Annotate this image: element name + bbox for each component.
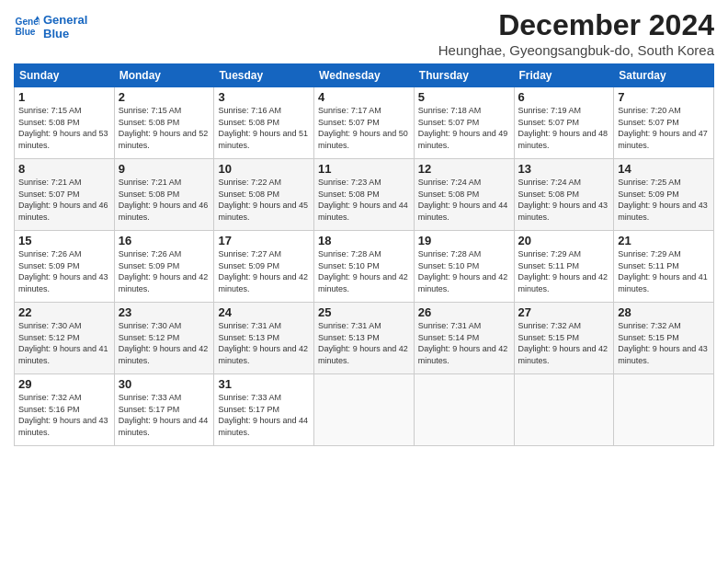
calendar-cell: 11Sunrise: 7:23 AMSunset: 5:08 PMDayligh…	[314, 159, 415, 231]
day-info: Sunrise: 7:21 AMSunset: 5:08 PMDaylight:…	[119, 177, 210, 223]
day-info: Sunrise: 7:22 AMSunset: 5:08 PMDaylight:…	[218, 177, 310, 223]
day-info: Sunrise: 7:24 AMSunset: 5:08 PMDaylight:…	[418, 177, 510, 223]
day-info: Sunrise: 7:31 AMSunset: 5:14 PMDaylight:…	[418, 320, 510, 366]
day-number: 17	[218, 234, 310, 247]
calendar-cell: 20Sunrise: 7:29 AMSunset: 5:11 PMDayligh…	[514, 231, 614, 303]
calendar-cell: 21Sunrise: 7:29 AMSunset: 5:11 PMDayligh…	[614, 231, 714, 303]
logo-blue: Blue	[43, 27, 87, 40]
day-number: 14	[618, 162, 710, 176]
calendar-cell: 6Sunrise: 7:19 AMSunset: 5:07 PMDaylight…	[514, 87, 614, 159]
calendar-cell: 4Sunrise: 7:17 AMSunset: 5:07 PMDaylight…	[314, 87, 415, 159]
day-info: Sunrise: 7:32 AMSunset: 5:15 PMDaylight:…	[618, 320, 710, 366]
day-number: 18	[318, 234, 410, 247]
day-number: 7	[618, 90, 710, 104]
day-number: 25	[318, 305, 410, 319]
calendar-cell: 25Sunrise: 7:31 AMSunset: 5:13 PMDayligh…	[314, 303, 415, 374]
calendar-cell: 23Sunrise: 7:30 AMSunset: 5:12 PMDayligh…	[114, 303, 214, 374]
day-number: 22	[18, 305, 110, 319]
day-number: 8	[18, 162, 110, 176]
day-number: 30	[119, 377, 210, 391]
day-info: Sunrise: 7:31 AMSunset: 5:13 PMDaylight:…	[318, 320, 410, 366]
day-info: Sunrise: 7:29 AMSunset: 5:11 PMDaylight:…	[618, 248, 710, 294]
calendar-week-row-3: 15Sunrise: 7:26 AMSunset: 5:09 PMDayligh…	[15, 231, 714, 303]
header-friday: Friday	[514, 64, 614, 87]
day-number: 27	[518, 305, 610, 319]
day-number: 31	[218, 377, 310, 391]
logo-general: General	[43, 13, 87, 27]
day-number: 10	[218, 162, 310, 176]
calendar-week-row-5: 29Sunrise: 7:32 AMSunset: 5:16 PMDayligh…	[15, 374, 714, 446]
logo: General Blue General Blue	[14, 13, 87, 40]
day-info: Sunrise: 7:32 AMSunset: 5:15 PMDaylight:…	[518, 320, 610, 366]
header-sunday: Sunday	[15, 64, 115, 87]
day-info: Sunrise: 7:28 AMSunset: 5:10 PMDaylight:…	[318, 248, 410, 294]
day-number: 1	[18, 90, 110, 104]
calendar-table: Sunday Monday Tuesday Wednesday Thursday…	[14, 63, 714, 446]
day-info: Sunrise: 7:25 AMSunset: 5:09 PMDaylight:…	[618, 177, 710, 223]
header-tuesday: Tuesday	[214, 64, 314, 87]
day-info: Sunrise: 7:33 AMSunset: 5:17 PMDaylight:…	[218, 392, 310, 438]
month-year-title: December 2024	[438, 9, 714, 41]
logo-icon: General Blue	[14, 14, 40, 40]
header: General Blue General Blue December 2024 …	[14, 9, 714, 58]
day-number: 6	[518, 90, 610, 104]
calendar-cell: 13Sunrise: 7:24 AMSunset: 5:08 PMDayligh…	[514, 159, 614, 231]
calendar-cell: 15Sunrise: 7:26 AMSunset: 5:09 PMDayligh…	[15, 231, 115, 303]
calendar-cell: 10Sunrise: 7:22 AMSunset: 5:08 PMDayligh…	[214, 159, 314, 231]
day-info: Sunrise: 7:29 AMSunset: 5:11 PMDaylight:…	[518, 248, 610, 294]
day-number: 23	[119, 305, 210, 319]
calendar-cell: 8Sunrise: 7:21 AMSunset: 5:07 PMDaylight…	[15, 159, 115, 231]
calendar-cell: 18Sunrise: 7:28 AMSunset: 5:10 PMDayligh…	[314, 231, 415, 303]
day-number: 12	[418, 162, 510, 176]
day-info: Sunrise: 7:26 AMSunset: 5:09 PMDaylight:…	[18, 248, 110, 294]
day-number: 26	[418, 305, 510, 319]
calendar-cell	[614, 374, 714, 446]
day-number: 11	[318, 162, 410, 176]
calendar-cell	[514, 374, 614, 446]
day-info: Sunrise: 7:32 AMSunset: 5:16 PMDaylight:…	[18, 392, 110, 438]
day-info: Sunrise: 7:23 AMSunset: 5:08 PMDaylight:…	[318, 177, 410, 223]
day-number: 28	[618, 305, 710, 319]
day-number: 3	[218, 90, 310, 104]
calendar-week-row-1: 1Sunrise: 7:15 AMSunset: 5:08 PMDaylight…	[15, 87, 714, 159]
day-info: Sunrise: 7:16 AMSunset: 5:08 PMDaylight:…	[218, 105, 310, 151]
day-number: 13	[518, 162, 610, 176]
day-number: 2	[119, 90, 210, 104]
day-info: Sunrise: 7:19 AMSunset: 5:07 PMDaylight:…	[518, 105, 610, 151]
calendar-cell: 29Sunrise: 7:32 AMSunset: 5:16 PMDayligh…	[15, 374, 115, 446]
title-block: December 2024 Heunghae, Gyeongsangbuk-do…	[438, 9, 714, 58]
day-info: Sunrise: 7:24 AMSunset: 5:08 PMDaylight:…	[518, 177, 610, 223]
day-number: 19	[418, 234, 510, 247]
day-number: 20	[518, 234, 610, 247]
calendar-cell: 9Sunrise: 7:21 AMSunset: 5:08 PMDaylight…	[114, 159, 214, 231]
calendar-cell: 30Sunrise: 7:33 AMSunset: 5:17 PMDayligh…	[114, 374, 214, 446]
calendar-cell	[414, 374, 514, 446]
svg-text:Blue: Blue	[16, 27, 36, 37]
location-subtitle: Heunghae, Gyeongsangbuk-do, South Korea	[438, 42, 714, 58]
day-info: Sunrise: 7:30 AMSunset: 5:12 PMDaylight:…	[119, 320, 210, 366]
calendar-cell: 27Sunrise: 7:32 AMSunset: 5:15 PMDayligh…	[514, 303, 614, 374]
calendar-cell: 28Sunrise: 7:32 AMSunset: 5:15 PMDayligh…	[614, 303, 714, 374]
day-info: Sunrise: 7:30 AMSunset: 5:12 PMDaylight:…	[18, 320, 110, 366]
day-info: Sunrise: 7:15 AMSunset: 5:08 PMDaylight:…	[119, 105, 210, 151]
calendar-cell: 5Sunrise: 7:18 AMSunset: 5:07 PMDaylight…	[414, 87, 514, 159]
day-info: Sunrise: 7:21 AMSunset: 5:07 PMDaylight:…	[18, 177, 110, 223]
day-number: 4	[318, 90, 410, 104]
day-info: Sunrise: 7:33 AMSunset: 5:17 PMDaylight:…	[119, 392, 210, 438]
day-info: Sunrise: 7:18 AMSunset: 5:07 PMDaylight:…	[418, 105, 510, 151]
calendar-week-row-4: 22Sunrise: 7:30 AMSunset: 5:12 PMDayligh…	[15, 303, 714, 374]
day-info: Sunrise: 7:27 AMSunset: 5:09 PMDaylight:…	[218, 248, 310, 294]
day-info: Sunrise: 7:26 AMSunset: 5:09 PMDaylight:…	[119, 248, 210, 294]
day-number: 21	[618, 234, 710, 247]
calendar-cell: 24Sunrise: 7:31 AMSunset: 5:13 PMDayligh…	[214, 303, 314, 374]
calendar-cell: 3Sunrise: 7:16 AMSunset: 5:08 PMDaylight…	[214, 87, 314, 159]
calendar-cell: 17Sunrise: 7:27 AMSunset: 5:09 PMDayligh…	[214, 231, 314, 303]
calendar-cell: 7Sunrise: 7:20 AMSunset: 5:07 PMDaylight…	[614, 87, 714, 159]
header-monday: Monday	[114, 64, 214, 87]
day-info: Sunrise: 7:31 AMSunset: 5:13 PMDaylight:…	[218, 320, 310, 366]
day-info: Sunrise: 7:15 AMSunset: 5:08 PMDaylight:…	[18, 105, 110, 151]
page-container: General Blue General Blue December 2024 …	[0, 0, 728, 455]
calendar-cell	[314, 374, 415, 446]
header-wednesday: Wednesday	[314, 64, 415, 87]
day-number: 9	[119, 162, 210, 176]
